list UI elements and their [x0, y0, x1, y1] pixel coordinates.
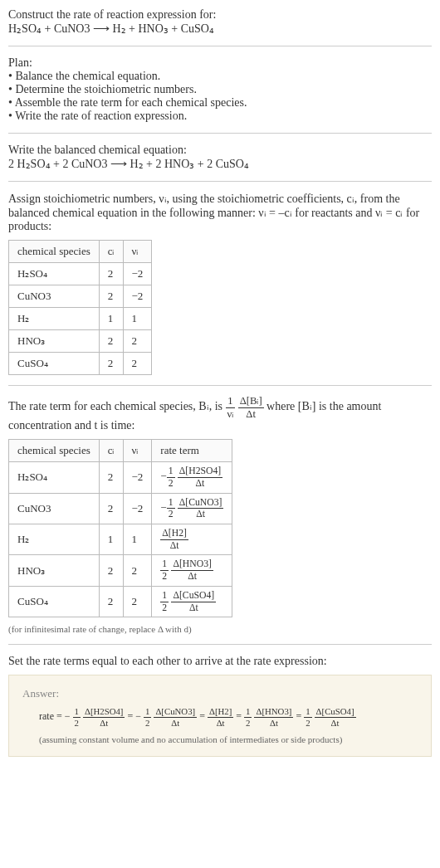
cell: −12 Δ[CuNO3]Δt [152, 493, 232, 524]
cell: HNO₃ [9, 555, 100, 586]
cell: CuNO3 [9, 493, 100, 524]
answer-label: Answer: [22, 687, 418, 700]
plan-block: Plan: • Balance the chemical equation. •… [8, 56, 432, 123]
final-heading: Set the rate terms equal to each other t… [8, 655, 432, 668]
col-header: chemical species [9, 241, 100, 263]
cell: CuSO₄ [9, 353, 100, 375]
cell: 2 [99, 493, 123, 524]
cell: 2 [123, 330, 152, 353]
cell: 2 [99, 462, 123, 493]
prompt-block: Construct the rate of reaction expressio… [8, 8, 432, 36]
cell: H₂ [9, 308, 100, 330]
prompt-equation: H₂SO₄ + CuNO3 ⟶ H₂ + HNO₃ + CuSO₄ [8, 22, 432, 36]
cell: 2 [99, 555, 123, 586]
stoich-block: Assign stoichiometric numbers, νᵢ, using… [8, 192, 432, 375]
cell: 12 Δ[HNO3]Δt [152, 555, 232, 586]
cell: −12 Δ[H2SO4]Δt [152, 462, 232, 493]
prompt-text: Construct the rate of reaction expressio… [8, 8, 432, 22]
cell: 1 [99, 308, 123, 330]
table-row: H₂11Δ[H2]Δt [9, 524, 232, 555]
text-part: The rate term for each chemical species,… [8, 400, 226, 412]
fraction: Δ[Bᵢ]Δt [238, 396, 264, 419]
table-row: CuNO32−2 [9, 285, 152, 308]
balanced-equation: 2 H₂SO₄ + 2 CuNO3 ⟶ H₂ + 2 HNO₃ + 2 CuSO… [8, 157, 432, 171]
cell: 2 [123, 353, 152, 375]
cell: −2 [123, 263, 152, 285]
table-row: H₂11 [9, 308, 152, 330]
cell: 2 [123, 586, 152, 617]
plan-bullet: • Determine the stoichiometric numbers. [8, 83, 432, 96]
cell: H₂SO₄ [9, 263, 100, 285]
cell: 1 [99, 524, 123, 555]
cell: H₂ [9, 524, 100, 555]
col-header: νᵢ [123, 440, 152, 462]
divider [8, 133, 432, 134]
table-header-row: chemical species cᵢ νᵢ [9, 241, 152, 263]
answer-box: Answer: rate = − 12 Δ[H2SO4]Δt = − 12 Δ[… [8, 675, 432, 757]
table-row: CuSO₄2212 Δ[CuSO4]Δt [9, 586, 232, 617]
table-row: CuNO32−2−12 Δ[CuNO3]Δt [9, 493, 232, 524]
divider [8, 181, 432, 182]
rate-term-text: The rate term for each chemical species,… [8, 396, 432, 432]
table-row: HNO₃2212 Δ[HNO3]Δt [9, 555, 232, 586]
col-header: rate term [152, 440, 232, 462]
divider [8, 644, 432, 645]
stoich-text: Assign stoichiometric numbers, νᵢ, using… [8, 192, 432, 233]
table-header-row: chemical species cᵢ νᵢ rate term [9, 440, 232, 462]
table-row: CuSO₄22 [9, 353, 152, 375]
cell: 2 [99, 586, 123, 617]
rate-term-table: chemical species cᵢ νᵢ rate term H₂SO₄2−… [8, 439, 232, 617]
rate-term-block: The rate term for each chemical species,… [8, 396, 432, 634]
cell: 2 [123, 555, 152, 586]
divider [8, 385, 432, 386]
cell: 2 [99, 285, 123, 308]
fraction: 1νᵢ [226, 396, 236, 419]
plan-bullet: • Write the rate of reaction expression. [8, 110, 432, 123]
answer-note: (assuming constant volume and no accumul… [39, 734, 418, 744]
col-header: chemical species [9, 440, 100, 462]
cell: H₂SO₄ [9, 462, 100, 493]
col-header: νᵢ [123, 241, 152, 263]
cell: 12 Δ[CuSO4]Δt [152, 586, 232, 617]
col-header: cᵢ [99, 241, 123, 263]
stoich-table: chemical species cᵢ νᵢ H₂SO₄2−2 CuNO32−2… [8, 240, 152, 375]
cell: CuSO₄ [9, 586, 100, 617]
table-row: H₂SO₄2−2−12 Δ[H2SO4]Δt [9, 462, 232, 493]
cell: 1 [123, 308, 152, 330]
plan-heading: Plan: [8, 56, 432, 70]
cell: 2 [99, 330, 123, 353]
col-header: cᵢ [99, 440, 123, 462]
table-row: H₂SO₄2−2 [9, 263, 152, 285]
cell: 2 [99, 263, 123, 285]
cell: 1 [123, 524, 152, 555]
cell: −2 [123, 493, 152, 524]
cell: HNO₃ [9, 330, 100, 353]
balanced-heading: Write the balanced chemical equation: [8, 144, 432, 157]
plan-bullet: • Assemble the rate term for each chemic… [8, 96, 432, 110]
cell: 2 [99, 353, 123, 375]
table-row: HNO₃22 [9, 330, 152, 353]
cell: −2 [123, 285, 152, 308]
balanced-block: Write the balanced chemical equation: 2 … [8, 144, 432, 171]
plan-bullet: • Balance the chemical equation. [8, 70, 432, 83]
cell: −2 [123, 462, 152, 493]
infinitesimal-note: (for infinitesimal rate of change, repla… [8, 624, 432, 634]
answer-expression: rate = − 12 Δ[H2SO4]Δt = − 12 Δ[CuNO3]Δt… [39, 707, 418, 728]
final-block: Set the rate terms equal to each other t… [8, 655, 432, 757]
divider [8, 46, 432, 46]
cell: Δ[H2]Δt [152, 524, 232, 555]
cell: CuNO3 [9, 285, 100, 308]
